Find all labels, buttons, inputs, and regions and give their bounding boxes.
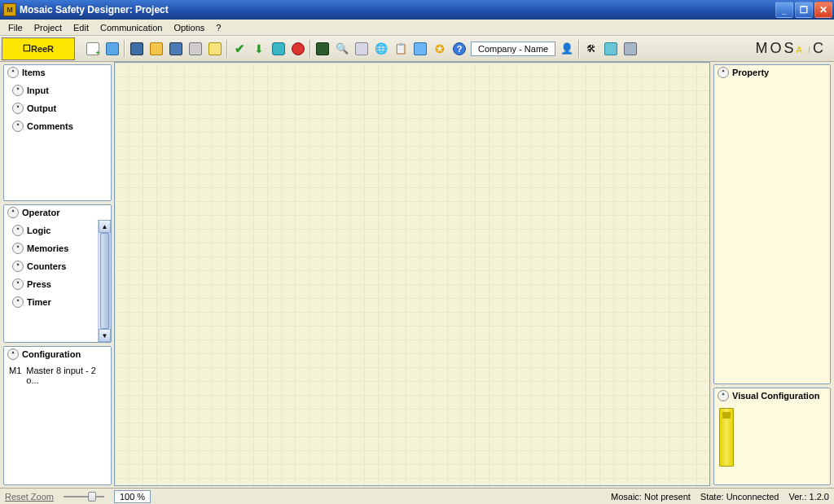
globe-icon[interactable]: 🌐: [372, 40, 390, 58]
zoom-slider[interactable]: [64, 491, 104, 502]
panel-visual-configuration-header[interactable]: ˄ Visual Configuration: [714, 388, 830, 403]
operator-memories[interactable]: ˅Memories: [6, 239, 109, 257]
chevron-down-icon[interactable]: ˅: [12, 278, 24, 290]
status-bar: Reset Zoom 100 % Mosaic: Not present Sta…: [0, 488, 834, 504]
download-icon[interactable]: ⬇: [250, 40, 268, 58]
menu-communication[interactable]: Communication: [95, 21, 167, 34]
panel-visual-configuration-title: Visual Configuration: [732, 391, 819, 401]
pencil-icon[interactable]: [206, 40, 224, 58]
device-module-icon[interactable]: [719, 408, 734, 467]
chevron-up-icon[interactable]: ˄: [7, 207, 19, 218]
chevron-up-icon[interactable]: ˄: [7, 348, 19, 360]
chip-icon[interactable]: [314, 40, 331, 58]
new-doc-icon[interactable]: ＋: [84, 40, 102, 58]
design-canvas[interactable]: [114, 62, 710, 486]
menu-bar: File Project Edit Communication Options …: [0, 20, 834, 36]
panel-operator-header[interactable]: ˄ Operator: [4, 205, 111, 220]
close-button[interactable]: ✕: [814, 2, 832, 18]
scroll-up-arrow-icon[interactable]: ▲: [99, 220, 111, 233]
chevron-down-icon[interactable]: ˅: [12, 225, 24, 236]
operator-counters[interactable]: ˅Counters: [6, 257, 109, 275]
folder-info-icon[interactable]: [103, 40, 121, 58]
chevron-up-icon[interactable]: ˄: [718, 67, 729, 78]
tools-icon[interactable]: 🛠: [582, 40, 600, 58]
chevron-down-icon[interactable]: ˅: [12, 261, 24, 272]
item-comments[interactable]: ˅Comments: [6, 117, 109, 135]
window-titlebar: M Mosaic Safety Designer: Project _ ❐ ✕: [0, 0, 834, 20]
panel-property-title: Property: [732, 68, 769, 77]
main-area: ˄ Items ˅Input ˅Output ˅Comments ˄ Opera…: [0, 62, 834, 488]
minimize-button[interactable]: _: [775, 2, 793, 18]
panel-configuration-title: Configuration: [22, 349, 81, 359]
panel-visual-configuration: ˄ Visual Configuration: [713, 388, 831, 485]
brand-mosaic-logo: MOSAIC: [756, 40, 826, 57]
slider-handle[interactable]: [88, 492, 96, 502]
record-icon[interactable]: [289, 40, 307, 58]
status-connection: State: Unconnected: [700, 492, 779, 502]
toolbar-separator: [578, 40, 580, 58]
chevron-down-icon[interactable]: ˅: [12, 296, 24, 308]
item-output[interactable]: ˅Output: [6, 99, 109, 117]
panel-configuration: ˄ Configuration M1 Master 8 input - 2 o.…: [3, 346, 112, 485]
operator-press[interactable]: ˅Press: [6, 275, 109, 293]
profile-icon[interactable]: 👤: [558, 40, 576, 58]
operator-timer[interactable]: ˅Timer: [6, 293, 109, 311]
company-name-field[interactable]: Company - Name: [471, 42, 555, 56]
panel-operator: ˄ Operator ˅Logic ˅Memories ˅Counters ˅P…: [3, 204, 112, 343]
panel-items-header[interactable]: ˄ Items: [4, 65, 111, 80]
save-icon[interactable]: [128, 40, 146, 58]
panel-property-header[interactable]: ˄ Property: [714, 65, 830, 80]
chevron-down-icon[interactable]: ˅: [12, 121, 24, 132]
menu-edit[interactable]: Edit: [68, 21, 94, 34]
scroll-down-arrow-icon[interactable]: ▼: [99, 329, 111, 342]
toolbar-separator: [309, 40, 311, 58]
scroll-thumb[interactable]: [100, 233, 109, 329]
operator-logic[interactable]: ˅Logic: [6, 221, 109, 239]
toolbar-separator: [226, 40, 228, 58]
module-icon[interactable]: [602, 40, 620, 58]
checkmark-icon[interactable]: ✔: [230, 40, 248, 58]
magnifier-icon[interactable]: 🔍: [333, 40, 351, 58]
toolbar: ☐ReeR ＋ ✔ ⬇ 🔍 🌐 📋 ✪ ? Company - Name 👤 🛠…: [0, 36, 834, 62]
toolbar-separator: [124, 40, 125, 58]
panel-operator-title: Operator: [22, 208, 59, 217]
scrollbar[interactable]: ▲ ▼: [98, 220, 111, 342]
menu-file[interactable]: File: [3, 21, 28, 34]
connect-icon[interactable]: [270, 40, 288, 58]
chevron-up-icon[interactable]: ˄: [718, 390, 729, 401]
chevron-down-icon[interactable]: ˅: [12, 85, 24, 96]
config-icon[interactable]: [621, 40, 639, 58]
menu-options[interactable]: Options: [169, 21, 209, 34]
item-input[interactable]: ˅Input: [6, 81, 109, 99]
left-column: ˄ Items ˅Input ˅Output ˅Comments ˄ Opera…: [0, 62, 114, 488]
chevron-down-icon[interactable]: ˅: [12, 243, 24, 254]
config-row[interactable]: M1 Master 8 input - 2 o...: [6, 363, 109, 388]
star-icon[interactable]: ✪: [431, 40, 449, 58]
panel-configuration-header[interactable]: ˄ Configuration: [4, 347, 111, 362]
help-icon[interactable]: ?: [450, 40, 468, 58]
brand-reer-logo: ☐ReeR: [2, 37, 75, 60]
screen-icon[interactable]: [411, 40, 429, 58]
status-mosaic: Mosaic: Not present: [611, 492, 691, 502]
panel-property: ˄ Property: [713, 64, 831, 384]
open-folder-icon[interactable]: [147, 40, 165, 58]
monitor-icon[interactable]: [353, 40, 371, 58]
right-column: ˄ Property ˄ Visual Configuration: [712, 62, 834, 488]
panel-items: ˄ Items ˅Input ˅Output ˅Comments: [3, 64, 112, 201]
status-version: Ver.: 1.2.0: [788, 492, 829, 502]
chevron-down-icon[interactable]: ˅: [12, 103, 24, 114]
canvas-container: [114, 62, 712, 488]
config-slot: M1: [9, 366, 21, 385]
zoom-value: 100 %: [114, 490, 151, 503]
app-icon: M: [3, 3, 16, 16]
reset-zoom-link[interactable]: Reset Zoom: [5, 492, 54, 502]
window-title: Mosaic Safety Designer: Project: [20, 4, 775, 15]
maximize-button[interactable]: ❐: [795, 2, 813, 18]
print-icon[interactable]: [187, 40, 204, 58]
chevron-up-icon[interactable]: ˄: [7, 67, 19, 78]
menu-project[interactable]: Project: [29, 21, 67, 34]
menu-help[interactable]: ?: [211, 21, 226, 34]
clipboard-icon[interactable]: 📋: [392, 40, 410, 58]
config-desc: Master 8 input - 2 o...: [26, 366, 106, 385]
save-disk-icon[interactable]: [167, 40, 185, 58]
